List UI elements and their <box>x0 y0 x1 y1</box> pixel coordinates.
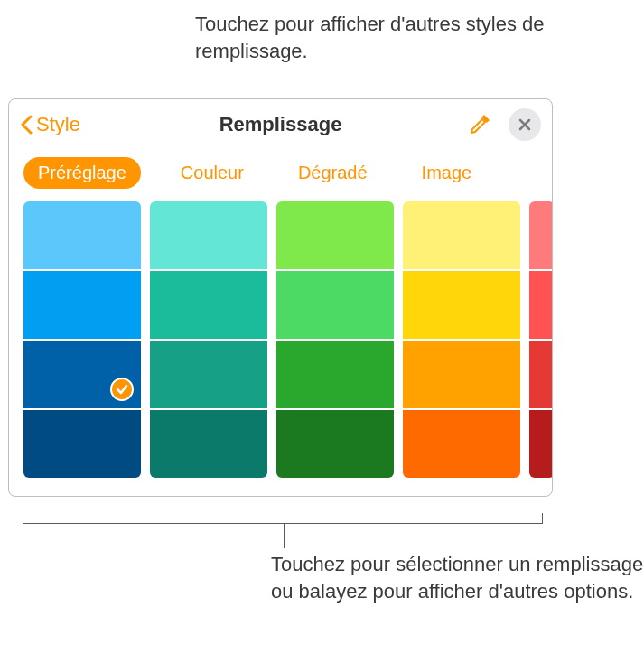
color-swatch[interactable] <box>23 201 141 269</box>
back-button[interactable]: Style <box>20 113 80 136</box>
color-swatch[interactable] <box>150 410 267 478</box>
callout-top-leader <box>201 72 201 99</box>
color-swatch[interactable] <box>276 410 394 478</box>
color-swatch[interactable] <box>23 341 141 408</box>
fill-panel: Style Remplissage Préréglage Couleur Dég… <box>8 98 553 497</box>
color-swatch[interactable] <box>529 201 552 269</box>
color-swatch[interactable] <box>276 271 394 339</box>
back-label: Style <box>36 113 80 136</box>
color-swatch[interactable] <box>23 271 141 339</box>
swatch-scroll-area[interactable] <box>9 201 552 496</box>
color-swatch[interactable] <box>276 341 394 408</box>
eyedropper-icon[interactable] <box>467 112 492 137</box>
chevron-left-icon <box>20 115 33 135</box>
callout-top-text: Touchez pour afficher d'autres styles de… <box>195 11 644 64</box>
swatch-column <box>529 201 552 478</box>
color-swatch[interactable] <box>150 271 267 339</box>
fill-style-tabs: Préréglage Couleur Dégradé Image <box>9 150 552 201</box>
swatch-column <box>276 201 394 478</box>
color-swatch[interactable] <box>403 410 520 478</box>
tab-color[interactable]: Couleur <box>166 157 258 189</box>
panel-title: Remplissage <box>219 113 342 136</box>
color-swatch[interactable] <box>529 341 552 408</box>
color-swatch[interactable] <box>403 201 520 269</box>
color-swatch[interactable] <box>23 410 141 478</box>
panel-header: Style Remplissage <box>9 99 552 150</box>
color-swatch[interactable] <box>150 201 267 269</box>
checkmark-icon <box>110 378 134 401</box>
tab-gradient[interactable]: Dégradé <box>284 157 382 189</box>
header-tools <box>467 108 541 141</box>
swatch-column <box>403 201 520 478</box>
swatch-column <box>150 201 267 478</box>
color-swatch[interactable] <box>150 341 267 408</box>
callout-bottom-bracket <box>23 513 543 524</box>
swatch-column <box>23 201 141 478</box>
color-swatch[interactable] <box>403 341 520 408</box>
color-swatch[interactable] <box>529 410 552 478</box>
color-swatch[interactable] <box>529 271 552 339</box>
color-swatch[interactable] <box>403 271 520 339</box>
color-swatch[interactable] <box>276 201 394 269</box>
callout-bottom-text: Touchez pour sélectionner un remplissage… <box>271 551 644 604</box>
tab-image[interactable]: Image <box>407 157 487 189</box>
close-icon <box>518 117 532 132</box>
close-button[interactable] <box>509 108 541 141</box>
tab-preset[interactable]: Préréglage <box>23 157 141 189</box>
